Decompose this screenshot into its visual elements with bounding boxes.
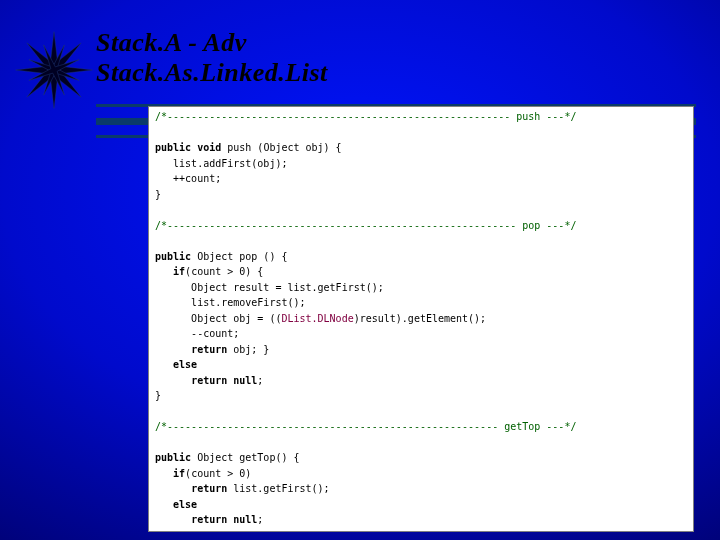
comment: /*--------------------------------------… [155,111,576,122]
title-line-1: Stack.A - Adv [96,28,328,58]
code-token: Object getTop() { [191,452,299,463]
code-line: } [155,390,161,401]
slide-title: Stack.A - Adv Stack.As.Linked.List [96,28,328,88]
code-line: list.removeFirst(); [155,297,306,308]
code-token: return [191,344,227,355]
svg-marker-1 [14,30,94,110]
code-line: } [155,189,161,200]
code-token: (count > 0) [185,468,251,479]
code-token: push (Object obj) { [221,142,341,153]
code-line: } [155,530,161,533]
svg-marker-3 [18,34,89,105]
code-token: return null [191,375,257,386]
code-token: Object pop () { [191,251,287,262]
slide: Stack.A - Adv Stack.As.Linked.List /*---… [0,0,720,540]
code-token: public [155,452,191,463]
code-panel: /*--------------------------------------… [148,106,694,532]
code-token: (count > 0) { [185,266,263,277]
code-token: public [155,251,191,262]
code-line: --count; [155,328,239,339]
code-token: ; [257,514,263,525]
svg-marker-2 [18,34,89,105]
code-token: obj; } [227,344,269,355]
code-line: list.addFirst(obj); [155,158,287,169]
code-token: Object obj = (( [155,313,281,324]
comment: /*--------------------------------------… [155,220,576,231]
starburst-icon [14,30,94,110]
code-token: return [191,483,227,494]
code-token: list.getFirst(); [227,483,329,494]
svg-marker-0 [16,32,93,109]
code-line: Object result = list.getFirst(); [155,282,384,293]
code-token: )result).getElement(); [354,313,486,324]
code-listing: /*--------------------------------------… [149,107,693,532]
code-line: ++count; [155,173,221,184]
code-token: DList.DLNode [281,313,353,324]
code-token: if [173,266,185,277]
code-token: else [173,359,197,370]
code-token: if [173,468,185,479]
code-token: public void [155,142,221,153]
code-token: else [173,499,197,510]
code-token: ; [257,375,263,386]
code-token: return null [191,514,257,525]
title-line-2: Stack.As.Linked.List [96,58,328,88]
comment: /*--------------------------------------… [155,421,576,432]
